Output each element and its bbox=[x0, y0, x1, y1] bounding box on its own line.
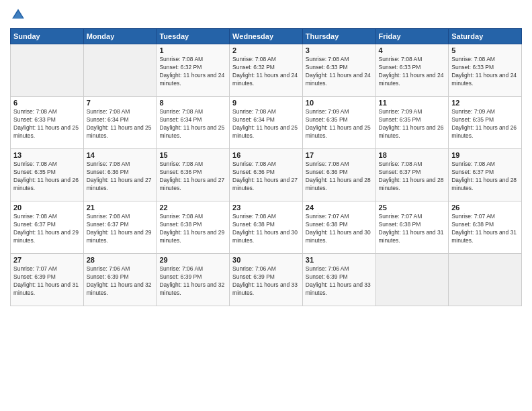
day-number: 19 bbox=[451, 151, 519, 159]
day-number: 16 bbox=[232, 151, 300, 159]
calendar-cell: 18Sunrise: 7:08 AM Sunset: 6:37 PM Dayli… bbox=[375, 149, 449, 201]
calendar-table: SundayMondayTuesdayWednesdayThursdayFrid… bbox=[10, 28, 522, 306]
day-number: 17 bbox=[306, 151, 373, 159]
day-detail: Sunrise: 7:08 AM Sunset: 6:35 PM Dayligh… bbox=[13, 161, 81, 193]
day-detail: Sunrise: 7:08 AM Sunset: 6:37 PM Dayligh… bbox=[87, 213, 154, 245]
day-number: 5 bbox=[451, 46, 519, 54]
day-detail: Sunrise: 7:08 AM Sunset: 6:37 PM Dayligh… bbox=[13, 213, 81, 245]
calendar-cell: 15Sunrise: 7:08 AM Sunset: 6:36 PM Dayli… bbox=[157, 149, 230, 201]
calendar-cell: 3Sunrise: 7:08 AM Sunset: 6:33 PM Daylig… bbox=[302, 44, 375, 97]
calendar-cell: 30Sunrise: 7:06 AM Sunset: 6:39 PM Dayli… bbox=[230, 254, 303, 306]
day-detail: Sunrise: 7:08 AM Sunset: 6:37 PM Dayligh… bbox=[379, 161, 446, 193]
day-number: 14 bbox=[87, 151, 154, 159]
day-number: 28 bbox=[87, 256, 154, 264]
day-detail: Sunrise: 7:08 AM Sunset: 6:36 PM Dayligh… bbox=[232, 161, 300, 193]
day-detail: Sunrise: 7:07 AM Sunset: 6:38 PM Dayligh… bbox=[451, 213, 519, 245]
day-detail: Sunrise: 7:08 AM Sunset: 6:32 PM Dayligh… bbox=[232, 56, 300, 88]
day-detail: Sunrise: 7:06 AM Sunset: 6:39 PM Dayligh… bbox=[232, 265, 300, 298]
day-detail: Sunrise: 7:08 AM Sunset: 6:33 PM Dayligh… bbox=[451, 56, 519, 88]
calendar-cell: 19Sunrise: 7:08 AM Sunset: 6:37 PM Dayli… bbox=[449, 149, 522, 201]
weekday-header: Thursday bbox=[302, 29, 375, 44]
day-number: 7 bbox=[87, 99, 154, 107]
day-number: 13 bbox=[13, 151, 81, 159]
calendar-cell: 14Sunrise: 7:08 AM Sunset: 6:36 PM Dayli… bbox=[83, 149, 157, 201]
weekday-header: Sunday bbox=[11, 29, 84, 44]
day-detail: Sunrise: 7:07 AM Sunset: 6:38 PM Dayligh… bbox=[306, 213, 373, 245]
calendar-cell: 27Sunrise: 7:07 AM Sunset: 6:39 PM Dayli… bbox=[11, 254, 84, 306]
logo bbox=[10, 7, 29, 23]
calendar-cell: 10Sunrise: 7:09 AM Sunset: 6:35 PM Dayli… bbox=[302, 97, 375, 149]
day-number: 30 bbox=[232, 256, 300, 264]
calendar-week-row: 13Sunrise: 7:08 AM Sunset: 6:35 PM Dayli… bbox=[11, 149, 522, 201]
day-detail: Sunrise: 7:06 AM Sunset: 6:39 PM Dayligh… bbox=[159, 265, 226, 298]
day-detail: Sunrise: 7:09 AM Sunset: 6:35 PM Dayligh… bbox=[451, 108, 519, 140]
calendar-cell: 12Sunrise: 7:09 AM Sunset: 6:35 PM Dayli… bbox=[449, 97, 522, 149]
calendar-cell: 8Sunrise: 7:08 AM Sunset: 6:34 PM Daylig… bbox=[157, 97, 230, 149]
day-number: 24 bbox=[306, 203, 373, 212]
calendar-week-row: 6Sunrise: 7:08 AM Sunset: 6:33 PM Daylig… bbox=[11, 97, 522, 149]
day-number: 31 bbox=[306, 256, 373, 264]
day-number: 6 bbox=[13, 99, 81, 107]
day-number: 10 bbox=[306, 99, 373, 107]
day-detail: Sunrise: 7:06 AM Sunset: 6:39 PM Dayligh… bbox=[306, 265, 373, 298]
header bbox=[10, 7, 522, 23]
weekday-header: Wednesday bbox=[230, 29, 303, 44]
header-row: SundayMondayTuesdayWednesdayThursdayFrid… bbox=[11, 29, 522, 44]
day-number: 8 bbox=[159, 99, 226, 107]
day-number: 20 bbox=[13, 203, 81, 212]
day-number: 22 bbox=[159, 203, 226, 212]
page: SundayMondayTuesdayWednesdayThursdayFrid… bbox=[0, 0, 532, 411]
day-detail: Sunrise: 7:08 AM Sunset: 6:37 PM Dayligh… bbox=[451, 161, 519, 193]
day-detail: Sunrise: 7:08 AM Sunset: 6:34 PM Dayligh… bbox=[232, 108, 300, 140]
day-number: 23 bbox=[232, 203, 300, 212]
calendar-cell: 20Sunrise: 7:08 AM Sunset: 6:37 PM Dayli… bbox=[11, 201, 84, 254]
calendar-cell: 2Sunrise: 7:08 AM Sunset: 6:32 PM Daylig… bbox=[230, 44, 303, 97]
day-number: 2 bbox=[232, 46, 300, 54]
calendar-cell: 23Sunrise: 7:08 AM Sunset: 6:38 PM Dayli… bbox=[230, 201, 303, 254]
weekday-header: Monday bbox=[83, 29, 157, 44]
day-detail: Sunrise: 7:08 AM Sunset: 6:34 PM Dayligh… bbox=[159, 108, 226, 140]
day-detail: Sunrise: 7:08 AM Sunset: 6:32 PM Dayligh… bbox=[159, 56, 226, 88]
calendar-week-row: 20Sunrise: 7:08 AM Sunset: 6:37 PM Dayli… bbox=[11, 201, 522, 254]
calendar-week-row: 27Sunrise: 7:07 AM Sunset: 6:39 PM Dayli… bbox=[11, 254, 522, 306]
calendar-cell bbox=[83, 44, 157, 97]
calendar-cell: 25Sunrise: 7:07 AM Sunset: 6:38 PM Dayli… bbox=[375, 201, 449, 254]
day-number: 4 bbox=[379, 46, 446, 54]
calendar-cell: 26Sunrise: 7:07 AM Sunset: 6:38 PM Dayli… bbox=[449, 201, 522, 254]
day-detail: Sunrise: 7:08 AM Sunset: 6:36 PM Dayligh… bbox=[87, 161, 154, 193]
day-detail: Sunrise: 7:09 AM Sunset: 6:35 PM Dayligh… bbox=[379, 108, 446, 140]
calendar-cell: 11Sunrise: 7:09 AM Sunset: 6:35 PM Dayli… bbox=[375, 97, 449, 149]
day-number: 9 bbox=[232, 99, 300, 107]
day-number: 12 bbox=[451, 99, 519, 107]
calendar-cell: 22Sunrise: 7:08 AM Sunset: 6:38 PM Dayli… bbox=[157, 201, 230, 254]
day-detail: Sunrise: 7:08 AM Sunset: 6:38 PM Dayligh… bbox=[232, 213, 300, 245]
calendar-cell: 29Sunrise: 7:06 AM Sunset: 6:39 PM Dayli… bbox=[157, 254, 230, 306]
calendar-cell: 28Sunrise: 7:06 AM Sunset: 6:39 PM Dayli… bbox=[83, 254, 157, 306]
day-number: 29 bbox=[159, 256, 226, 264]
day-detail: Sunrise: 7:06 AM Sunset: 6:39 PM Dayligh… bbox=[87, 265, 154, 298]
day-detail: Sunrise: 7:07 AM Sunset: 6:39 PM Dayligh… bbox=[13, 265, 81, 298]
calendar-cell: 31Sunrise: 7:06 AM Sunset: 6:39 PM Dayli… bbox=[302, 254, 375, 306]
calendar-cell: 13Sunrise: 7:08 AM Sunset: 6:35 PM Dayli… bbox=[11, 149, 84, 201]
logo-icon bbox=[10, 7, 26, 23]
day-number: 21 bbox=[87, 203, 154, 212]
day-number: 11 bbox=[379, 99, 446, 107]
weekday-header: Friday bbox=[375, 29, 449, 44]
calendar-cell: 17Sunrise: 7:08 AM Sunset: 6:36 PM Dayli… bbox=[302, 149, 375, 201]
day-detail: Sunrise: 7:08 AM Sunset: 6:33 PM Dayligh… bbox=[306, 56, 373, 88]
day-number: 15 bbox=[159, 151, 226, 159]
weekday-header: Saturday bbox=[449, 29, 522, 44]
day-detail: Sunrise: 7:08 AM Sunset: 6:34 PM Dayligh… bbox=[87, 108, 154, 140]
calendar-week-row: 1Sunrise: 7:08 AM Sunset: 6:32 PM Daylig… bbox=[11, 44, 522, 97]
day-number: 18 bbox=[379, 151, 446, 159]
day-number: 25 bbox=[379, 203, 446, 212]
calendar-cell: 21Sunrise: 7:08 AM Sunset: 6:37 PM Dayli… bbox=[83, 201, 157, 254]
calendar-cell bbox=[449, 254, 522, 306]
calendar-cell: 7Sunrise: 7:08 AM Sunset: 6:34 PM Daylig… bbox=[83, 97, 157, 149]
calendar-cell: 9Sunrise: 7:08 AM Sunset: 6:34 PM Daylig… bbox=[230, 97, 303, 149]
calendar-cell: 1Sunrise: 7:08 AM Sunset: 6:32 PM Daylig… bbox=[157, 44, 230, 97]
day-number: 3 bbox=[306, 46, 373, 54]
day-detail: Sunrise: 7:09 AM Sunset: 6:35 PM Dayligh… bbox=[306, 108, 373, 140]
day-number: 1 bbox=[159, 46, 226, 54]
day-number: 26 bbox=[451, 203, 519, 212]
